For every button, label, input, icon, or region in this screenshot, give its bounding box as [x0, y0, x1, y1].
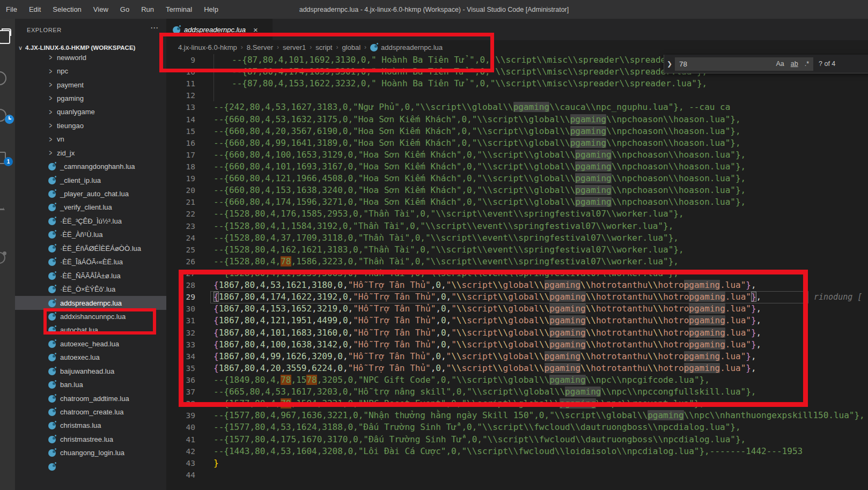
code-line-15[interactable]: 15--{660,80,4,20,3567,6190,0,"Hoa Sơn Ki…: [166, 125, 868, 137]
code-line-25[interactable]: 25--{1528,80,4,162,1621,3183,0,"Thần Tài…: [166, 244, 868, 256]
code-line-41[interactable]: 41--{1577,80,4,175,1670,3170,0,"Đấu Trườ…: [166, 434, 868, 446]
tree-item-chuangong_login.lua[interactable]: chuangong_login.lua: [15, 446, 166, 459]
code-line-16[interactable]: 16--{660,80,4,99,1641,3189,0,"Hoa Sơn Ki…: [166, 137, 868, 149]
code-line-33[interactable]: 33{1867,80,4,100,1638,3142,0,"Hỗ Trợ Tân…: [166, 339, 868, 351]
menu-go[interactable]: Go: [114, 0, 135, 19]
tree-item-payment[interactable]: >payment: [15, 78, 166, 91]
code-line-30[interactable]: 30{1867,80,4,153,1652,3219,0,"Hỗ Trợ Tân…: [166, 303, 868, 315]
line-number: 24: [166, 232, 195, 244]
whole-word-toggle[interactable]: ab: [789, 60, 800, 68]
code-line-36[interactable]: 36--{1849,80,4,78,1578,3205,0,"NPC Gift …: [166, 374, 868, 386]
tree-item-autoexec_head.lua[interactable]: autoexec_head.lua: [15, 337, 166, 351]
tree-item-_camnangdonghanh.lua[interactable]: _camnangdonghanh.lua: [15, 160, 166, 173]
code-line-19[interactable]: 19--{660,80,4,121,1966,4508,0,"Hoa Sơn K…: [166, 173, 868, 184]
code-line-21[interactable]: 21--{660,80,4,174,1596,3271,0,"Hoa Sơn K…: [166, 196, 868, 208]
ellipsis-icon[interactable]: ⋯: [150, 23, 159, 33]
lua-file-icon: [48, 299, 56, 307]
code-line-17[interactable]: 17--{660,80,4,100,1653,3129,0,"Hoa Sơn K…: [166, 149, 868, 161]
tree-item-·ÈË_ÎäÁÖÃ‹«ÈË.lua[interactable]: ·ÈË_ÎäÁÖÃ‹«ÈË.lua: [15, 255, 166, 269]
tree-item-·ÈË_ÑÃÃÅÎÀ±ø.lua[interactable]: ·ÈË_ÑÃÃÅÎÀ±ø.lua: [15, 269, 166, 282]
code-line-32[interactable]: 32{1867,80,4,101,1683,3160,0,"Hỗ Trợ Tân…: [166, 327, 868, 339]
menu-terminal[interactable]: Terminal: [160, 0, 198, 19]
find-expand-chevron-icon[interactable]: ❯: [664, 60, 675, 68]
line-number: 12: [166, 90, 195, 101]
tree-item-tieungao[interactable]: >tieungao: [15, 119, 166, 132]
search-icon[interactable]: [0, 71, 6, 85]
tree-item-·ÈË_³ÇÊÐ_Ìú½³.lua[interactable]: ·ÈË_³ÇÊÐ_Ìú½³.lua: [15, 214, 166, 228]
tree-item-_verify_client.lua[interactable]: _verify_client.lua: [15, 201, 166, 214]
breadcrumb-item[interactable]: 4.jx-linux-6.0-hkmp: [178, 43, 237, 51]
menu-selection[interactable]: Selection: [47, 0, 87, 19]
explorer-icon[interactable]: [0, 28, 12, 44]
code-line-34[interactable]: 34{1867,80,4,99,1626,3209,0,"Hỗ Trợ Tân …: [166, 351, 868, 362]
code-line-24[interactable]: 24--{1528,80,4,37,1709,3118,0,"Thần Tài"…: [166, 232, 868, 244]
breadcrumb-item[interactable]: server1: [283, 43, 306, 51]
code-line-35[interactable]: 35{1867,80,4,20,3559,6224,0,"Hỗ Trợ Tân …: [166, 362, 868, 374]
tree-item-npc[interactable]: >npc: [15, 64, 166, 78]
account-icon[interactable]: [0, 252, 5, 264]
tree-item-zid_jx[interactable]: >zid_jx: [15, 146, 166, 160]
menu-view[interactable]: View: [87, 0, 114, 19]
match-case-toggle[interactable]: Aa: [774, 60, 786, 68]
breadcrumb-item[interactable]: 8.Server: [247, 43, 273, 51]
code-line-28[interactable]: 28{1867,80,4,53,1621,3180,0,"Hỗ Trợ Tân …: [166, 279, 868, 291]
menu-edit[interactable]: Edit: [23, 0, 47, 19]
menu-file[interactable]: File: [0, 0, 23, 19]
tree-item-baijuwanhead.lua[interactable]: baijuwanhead.lua: [15, 365, 166, 378]
tree-item-christmas.lua[interactable]: christmas.lua: [15, 419, 166, 432]
breadcrumb-item[interactable]: global: [342, 43, 361, 51]
tree-item-autoexec.lua[interactable]: autoexec.lua: [15, 351, 166, 364]
breadcrumb-item[interactable]: addspreadernpc.lua: [381, 43, 443, 51]
tree-item-·ÈË_Ò×ÈÝÊõ'.lua[interactable]: ·ÈË_Ò×ÈÝÊõ'.lua: [15, 283, 166, 296]
code-line-13[interactable]: 13--{242,80,4,53,1627,3183,0,"Ngư Phủ",0…: [166, 101, 868, 113]
tree-item-chatroom_create.lua[interactable]: chatroom_create.lua: [15, 405, 166, 419]
code-line-12[interactable]: 12: [166, 90, 868, 101]
tree-item-_client_ip.lua[interactable]: _client_ip.lua: [15, 173, 166, 187]
lua-file-icon: [48, 217, 56, 225]
find-widget: ❯ 78 Aa ab .* ? of 4: [664, 55, 868, 73]
code-line-44[interactable]: 44: [166, 469, 868, 481]
menu-run[interactable]: Run: [135, 0, 160, 19]
tree-item-pgaming[interactable]: >pgaming: [15, 92, 166, 105]
regex-toggle[interactable]: .*: [803, 60, 811, 68]
tree-item-·ÈË_ÉñÃØÉÌÈËÁøÒÒ.lua[interactable]: ·ÈË_ÉñÃØÉÌÈËÁøÒÒ.lua: [15, 242, 166, 255]
chevron-right-icon: >: [49, 53, 56, 62]
code-line-31[interactable]: 31{1867,80,4,121,1951,4499,0,"Hỗ Trợ Tân…: [166, 315, 868, 326]
tree-item-·ÈË_Àñ¹Ù.lua[interactable]: ·ÈË_Àñ¹Ù.lua: [15, 228, 166, 241]
tree-item-christmastree.lua[interactable]: christmastree.lua: [15, 433, 166, 446]
code-line-18[interactable]: 18--{660,80,4,101,1693,3167,0,"Hoa Sơn K…: [166, 161, 868, 173]
code-line-37[interactable]: 37--{665,80,4,53,1617,3203,0,"Hỗ trợ nân…: [166, 386, 868, 398]
line-number: 14: [166, 114, 195, 125]
tree-item-addspreadernpc.lua[interactable]: addspreadernpc.lua: [15, 296, 166, 309]
menu-help[interactable]: Help: [198, 0, 224, 19]
code-line-23[interactable]: 23--{1528,80,4,1,1584,3192,0,"Thần Tài",…: [166, 220, 868, 232]
tree-item-quanlygame[interactable]: >quanlygame: [15, 105, 166, 118]
code-line-20[interactable]: 20--{660,80,4,153,1638,3240,0,"Hoa Sơn K…: [166, 184, 868, 196]
code-line-40[interactable]: 40--{1577,80,4,53,1624,3188,0,"Đấu Trườn…: [166, 421, 868, 433]
code-line-11[interactable]: 11--{87,80,4,153,1622,3232,0," Hoành Ba …: [166, 78, 868, 90]
tree-item-_player_auto_chat.lua[interactable]: _player_auto_chat.lua: [15, 187, 166, 201]
tree-item-chatroom_addtime.lua[interactable]: chatroom_addtime.lua: [15, 391, 166, 405]
code-line-39[interactable]: 39--{1577,80,4,967,1636,3221,0,"Nhận thư…: [166, 410, 868, 421]
search-input[interactable]: 78 Aa ab .*: [675, 57, 813, 71]
test-flask-icon[interactable]: [0, 200, 5, 210]
code-line-42[interactable]: 42--{1443,80,4,53,1604,3208,0,"Lôi Đài C…: [166, 446, 868, 457]
tree-item-addxishancunnpc.lua[interactable]: addxishancunnpc.lua: [15, 310, 166, 323]
code-line-27[interactable]: 27--{1528,80,4,11,3139,5063,0,"Thần Tài"…: [166, 268, 868, 279]
code-line-38[interactable]: 38--{1577,80,4,78,1594,3221,0,"NPC Reset…: [166, 398, 868, 410]
code-line-29[interactable]: 29{1867,80,4,174,1622,3192,0,"Hỗ Trợ Tân…: [166, 291, 868, 303]
breadcrumb-item[interactable]: script: [315, 43, 332, 51]
code-line-22[interactable]: 22--{1528,80,4,176,1585,2953,0,"Thần Tài…: [166, 208, 868, 220]
tree-item-ban.lua[interactable]: ban.lua: [15, 378, 166, 391]
line-number: 26: [166, 256, 195, 268]
tab-addspreadernpc[interactable]: addspreadernpc.lua ×: [166, 19, 273, 40]
code-line-14[interactable]: 14--{660,80,4,53,1632,3175,0,"Hoa Sơn Ki…: [166, 114, 868, 125]
code-line-26[interactable]: 26--{1528,80,4,78,1586,3223,0,"Thần Tài"…: [166, 256, 868, 268]
tree-item-partial[interactable]: [15, 460, 166, 473]
tree-item-vn[interactable]: >vn: [15, 132, 166, 146]
workspace-header[interactable]: ∨ 4.JX-LINUX-6.0-HKMP (WORKSPACE): [15, 41, 166, 54]
tree-item-autochat.lua[interactable]: autochat.lua: [15, 323, 166, 337]
close-icon[interactable]: ×: [251, 25, 260, 34]
chevron-right-icon: >: [49, 94, 56, 103]
code-line-43[interactable]: 43}: [166, 457, 868, 469]
